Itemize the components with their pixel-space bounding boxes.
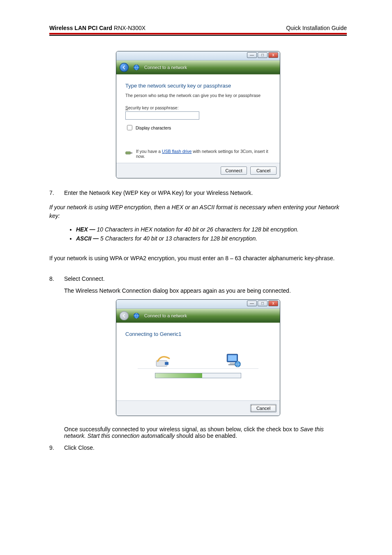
progress-bar [155, 373, 241, 378]
doc-header-left: Wireless LAN PCI Card RNX-N300X [49, 25, 145, 31]
step-9-number: 9. [49, 443, 61, 452]
maximize-button[interactable]: □ [258, 301, 267, 306]
breadcrumb-bar: Connect to a network [116, 309, 280, 323]
breadcrumb-bar: Connect to a network [116, 60, 280, 74]
step-8-text: Select Connect. [64, 275, 105, 282]
connect-button[interactable]: Connect [221, 166, 247, 175]
svg-rect-8 [230, 363, 235, 364]
svg-rect-2 [131, 153, 132, 154]
back-button[interactable] [120, 63, 129, 72]
computer-network-icon [225, 352, 242, 369]
dialog-caption: Type the network security key or passphr… [125, 83, 271, 89]
display-characters-checkbox[interactable]: Display characters [125, 124, 271, 132]
window-titlebar: — □ x [116, 51, 280, 60]
product-model: RNX-N300X [112, 25, 145, 31]
breadcrumb-text[interactable]: Connect to a network [144, 313, 187, 318]
doc-header: Wireless LAN PCI Card RNX-N300X Quick In… [49, 25, 347, 35]
display-characters-label-rest: isplay characters [139, 125, 171, 130]
bullet-ascii-lead: ASCII — [76, 235, 99, 242]
svg-rect-5 [165, 362, 168, 365]
bullet-hex-lead: HEX — [76, 226, 95, 233]
wep-note: If your network is using WEP encryption,… [49, 203, 347, 220]
security-key-label-accel: S [125, 105, 128, 110]
step-9-text: Click Close. [64, 443, 347, 452]
progress-fill [155, 373, 202, 378]
usb-note-text: If you have a USB flash drive with netwo… [136, 149, 271, 159]
cancel-button[interactable]: Cancel [250, 166, 277, 175]
maximize-button[interactable]: □ [258, 52, 267, 58]
window-titlebar: — □ x [116, 300, 280, 309]
usb-flash-drive-link[interactable]: USB flash drive [162, 149, 191, 154]
security-key-label: Security key or passphrase: [125, 105, 271, 110]
product-name-bold: Wireless LAN PCI Card [49, 25, 112, 31]
step-7-number: 7. [49, 188, 61, 197]
back-button-disabled [120, 311, 129, 320]
svg-rect-7 [228, 355, 237, 361]
dialog-footer: Connect Cancel [116, 163, 280, 178]
display-characters-input[interactable] [127, 125, 132, 130]
usb-note: If you have a USB flash drive with netwo… [125, 149, 271, 159]
save-network-post: should also be enabled. [175, 432, 237, 439]
network-globe-icon [132, 311, 141, 320]
step-9: 9. Click Close. [49, 443, 347, 452]
step-8-number: 8. [49, 274, 61, 295]
network-globe-icon [132, 63, 141, 72]
back-arrow-icon [122, 65, 127, 70]
dialog-security-key: — □ x Connect to a network Type the netw… [116, 51, 280, 178]
minimize-button[interactable]: — [247, 301, 257, 306]
save-network-note: Once successfully connected to your wire… [49, 426, 347, 439]
security-key-label-rest: ecurity key or passphrase: [128, 105, 179, 110]
usb-drive-icon [125, 150, 133, 157]
bullet-ascii: ASCII — 5 Characters for 40 bit or 13 ch… [76, 235, 347, 242]
save-network-pre: Once successfully connected to your wire… [64, 426, 300, 432]
step-7-text: Enter the Network Key (WEP Key or WPA Ke… [64, 188, 347, 197]
step-8: 8. Select Connect. The Wireless Network … [49, 274, 347, 295]
window-buttons: — □ x [247, 52, 278, 58]
dialog-caption: Connecting to Generic1 [125, 331, 271, 337]
dialog-footer: Cancel [116, 400, 280, 416]
minimize-button[interactable]: — [247, 52, 257, 58]
dialog-subtext: The person who setup the network can giv… [125, 93, 271, 98]
back-arrow-icon [122, 313, 127, 318]
usb-note-pre: If you have a [136, 149, 162, 154]
window-buttons: — □ x [247, 301, 278, 306]
step-7: 7. Enter the Network Key (WEP Key or WPA… [49, 188, 347, 197]
bullet-hex-rest: 10 Characters in HEX notation for 40 bit… [95, 226, 299, 233]
breadcrumb-text[interactable]: Connect to a network [144, 65, 187, 70]
wireless-card-icon [154, 352, 171, 369]
svg-rect-1 [126, 152, 131, 154]
dialog-connecting: — □ x Connect to a network Connecting to… [116, 299, 280, 416]
cancel-button[interactable]: Cancel [250, 404, 277, 412]
dialog-client-area: Connecting to Generic1 [116, 323, 280, 400]
wpa-note: If your network is using WPA or WPA2 enc… [49, 254, 347, 263]
bullet-ascii-rest: 5 Characters for 40 bit or 13 characters… [99, 235, 257, 242]
dialog-client-area: Type the network security key or passphr… [116, 74, 280, 163]
step-8-follow: The Wireless Network Connection dialog b… [64, 286, 347, 295]
encoding-bullets: HEX — 10 Characters in HEX notation for … [49, 226, 347, 242]
display-characters-accel: D [136, 125, 139, 130]
close-button[interactable]: x [268, 52, 278, 58]
connecting-box [125, 341, 271, 377]
doc-header-right: Quick Installation Guide [286, 25, 347, 31]
bullet-hex: HEX — 10 Characters in HEX notation for … [76, 226, 347, 233]
close-button[interactable]: x [268, 301, 278, 306]
security-key-input[interactable] [125, 111, 199, 120]
